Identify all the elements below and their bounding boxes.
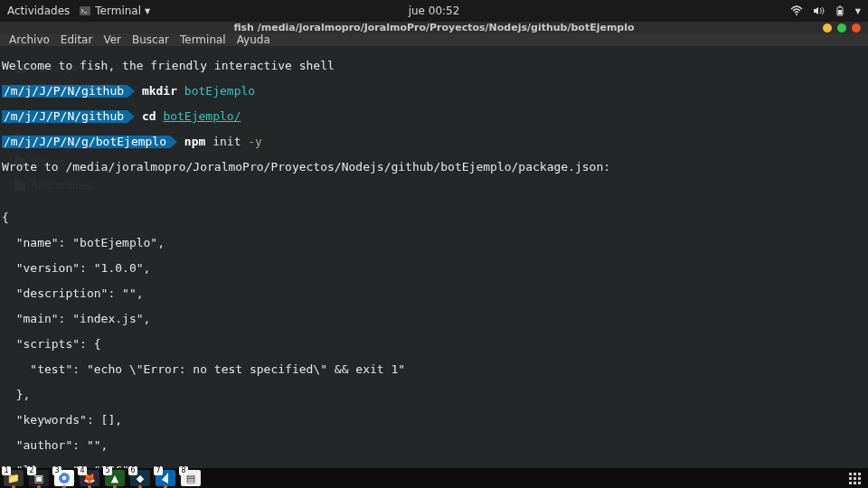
- dock: 1📁 2▣ 3 4🦊 5▲ 6◆ 7 8▤: [0, 468, 868, 488]
- menu-archivo[interactable]: Archivo: [9, 33, 50, 46]
- window-title: fish /media/joralmopro/JoralmoPro/Proyec…: [233, 22, 634, 33]
- chevron-down-icon: ▼: [145, 7, 150, 15]
- terminal-line: "test": "echo \"Error: no test specified…: [2, 363, 866, 376]
- prompt-arrow-icon: [127, 110, 135, 123]
- titlebar[interactable]: fish /media/joralmopro/JoralmoPro/Proyec…: [0, 22, 868, 33]
- terminal-line: /m/j/J/P/N/github mkdir botEjemplo: [2, 85, 866, 98]
- terminal-line: "author": "",: [2, 439, 866, 452]
- terminal-line: Welcome to fish, the friendly interactiv…: [2, 60, 866, 72]
- svg-rect-3: [839, 6, 841, 8]
- terminal-line: },: [2, 389, 866, 401]
- maximize-button[interactable]: [837, 23, 846, 33]
- menu-editar[interactable]: Editar: [61, 33, 93, 46]
- prompt-path: /m/j/J/P/N/github: [2, 85, 127, 98]
- terminal-line: {: [2, 211, 866, 224]
- volume-icon: [812, 5, 825, 17]
- terminal-line: "keywords": [],: [2, 414, 866, 427]
- menubar: Archivo Editar Ver Buscar Terminal Ayuda: [0, 33, 868, 46]
- terminal-line: /m/j/J/P/N/g/botEjemplo npm init -y: [2, 136, 866, 148]
- terminal-window: fish /media/joralmopro/JoralmoPro/Proyec…: [0, 22, 868, 468]
- dock-app-firefox[interactable]: 4🦊: [80, 470, 99, 486]
- terminal-line: Wrote to /media/joralmopro/JoralmoPro/Pr…: [2, 161, 866, 174]
- dock-app-vscode[interactable]: 7: [156, 470, 175, 486]
- chevron-down-icon: ▼: [855, 7, 861, 15]
- menu-ayuda[interactable]: Ayuda: [237, 33, 270, 46]
- wifi-icon: [790, 5, 803, 17]
- svg-point-1: [796, 14, 797, 15]
- grid-icon: [849, 473, 861, 484]
- svg-rect-0: [80, 6, 90, 15]
- terminal-line: /m/j/J/P/N/github cd botEjemplo/: [2, 110, 866, 123]
- dock-app-terminal[interactable]: 2▣: [29, 470, 49, 486]
- show-applications-button[interactable]: [844, 470, 864, 486]
- menu-terminal[interactable]: Terminal: [180, 33, 226, 46]
- svg-rect-4: [838, 10, 842, 14]
- system-tray[interactable]: ▼: [790, 5, 861, 17]
- clock[interactable]: jue 00:52: [409, 5, 460, 17]
- terminal-icon: [79, 5, 91, 17]
- terminal-line: "scripts": {: [2, 338, 866, 351]
- close-button[interactable]: [852, 23, 861, 33]
- menu-ver[interactable]: Ver: [103, 33, 121, 46]
- terminal-line: "name": "botEjemplo",: [2, 237, 866, 249]
- gnome-topbar: Actividades Terminal ▼ jue 00:52 ▼: [0, 0, 868, 22]
- dock-app-document[interactable]: 8▤: [181, 470, 201, 486]
- prompt-path: /m/j/J/P/N/g/botEjemplo: [2, 136, 170, 148]
- dock-app-generic-blue[interactable]: 6◆: [130, 470, 150, 486]
- menu-buscar[interactable]: Buscar: [132, 33, 169, 46]
- minimize-button[interactable]: [823, 23, 832, 33]
- dock-app-files[interactable]: 1📁: [4, 470, 24, 486]
- app-icon: ◆: [137, 473, 144, 484]
- prompt-arrow-icon: [127, 85, 135, 98]
- terminal-line: "version": "1.0.0",: [2, 262, 866, 275]
- app-menu[interactable]: Terminal ▼: [79, 5, 150, 17]
- svg-point-6: [62, 476, 67, 481]
- activities-button[interactable]: Actividades: [7, 5, 70, 17]
- prompt-path: /m/j/J/P/N/github: [2, 110, 127, 123]
- dock-app-generic-green[interactable]: 5▲: [105, 470, 125, 486]
- dock-app-chrome[interactable]: 3: [54, 470, 74, 486]
- terminal-line: "main": "index.js",: [2, 313, 866, 325]
- terminal-line: "description": "",: [2, 287, 866, 300]
- battery-icon: [834, 5, 846, 17]
- terminal-line: [2, 186, 866, 199]
- prompt-arrow-icon: [170, 136, 177, 148]
- terminal-body[interactable]: Welcome to fish, the friendly interactiv…: [0, 46, 868, 488]
- app-icon: ▲: [111, 473, 118, 484]
